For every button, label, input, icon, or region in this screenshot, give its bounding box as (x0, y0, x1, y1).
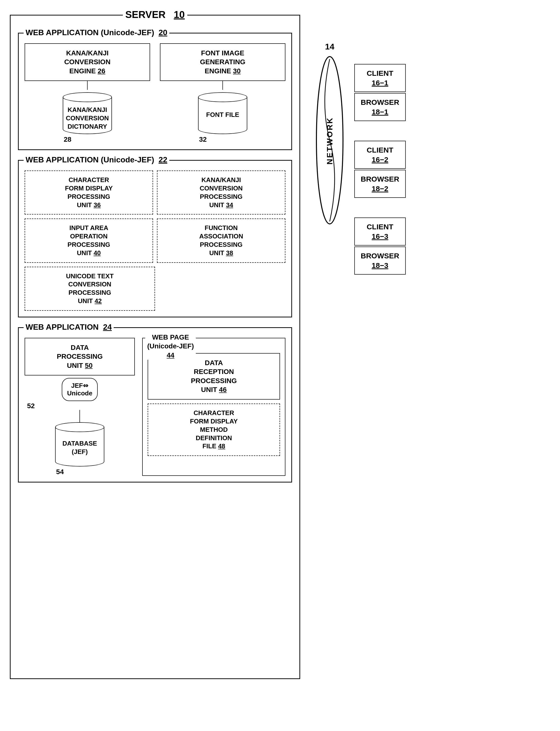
web24-layout: DATAPROCESSINGUNIT 50 JEF⇔Unicode 52 DAT… (25, 338, 285, 476)
client-2-group: CLIENT16−2 BROWSER18−2 (354, 141, 406, 198)
jef-unicode-box: JEF⇔Unicode (62, 378, 98, 401)
connector-26-28 (87, 81, 88, 90)
web-page-44-label: WEB PAGE(Unicode-JEF)44 (145, 333, 196, 360)
server-box: SERVER 10 WEB APPLICATION (Unicode-JEF) … (10, 15, 300, 679)
engine-30-text: FONT IMAGEGENERATINGENGINE 30 (164, 49, 281, 76)
engine-26-text: KANA/KANJICONVERSIONENGINE 26 (29, 49, 146, 76)
web-app-22-number: 22 (158, 155, 167, 164)
unit-38-box: FUNCTIONASSOCIATIONPROCESSINGUNIT 38 (157, 218, 285, 263)
grid-22: CHARACTERFORM DISPLAYPROCESSINGUNIT 36 K… (25, 171, 285, 263)
ellipse-wrapper: 14 NETWORK (315, 54, 344, 227)
db-28-container: KANA/KANJICONVERSIONDICTIONARY 28 (63, 92, 112, 143)
web-app-20-label: WEB APPLICATION (Unicode-JEF) 20 (24, 28, 169, 37)
db-28-cylinder: KANA/KANJICONVERSIONDICTIONARY (63, 92, 112, 134)
client-1-title: CLIENT16−1 (361, 68, 399, 88)
unit-40-box: INPUT AREAOPERATIONPROCESSINGUNIT 40 (25, 218, 153, 263)
browser-1-title: BROWSER18−1 (361, 97, 399, 117)
web-app-22-title: WEB APPLICATION (Unicode-JEF) (26, 155, 154, 164)
db-32-top (198, 92, 247, 102)
web-app-24-title: WEB APPLICATION (26, 323, 99, 331)
unit-42-wrapper: UNICODE TEXTCONVERSIONPROCESSINGUNIT 42 (25, 267, 155, 311)
client-2-title: CLIENT16−2 (361, 145, 399, 164)
engine-30-box: FONT IMAGEGENERATINGENGINE 30 (160, 43, 285, 81)
unit-48-box: CHARACTERFORM DISPLAYMETHODDEFINITIONFIL… (148, 404, 280, 456)
db-32-cylinder: FONT FILE (198, 92, 247, 134)
web-app-20-title: WEB APPLICATION (Unicode-JEF) (26, 28, 154, 37)
client-3-group: CLIENT16−3 BROWSER18−3 (354, 218, 406, 275)
unit-46-box: DATARECEPTIONPROCESSINGUNIT 46 (148, 353, 280, 400)
browser-1-box: BROWSER18−1 (354, 93, 406, 121)
web-app-24-number: 24 (103, 323, 112, 331)
client-2-box: CLIENT16−2 (354, 141, 406, 169)
unit-36-box: CHARACTERFORM DISPLAYPROCESSINGUNIT 36 (25, 171, 153, 215)
web-app-22-box: WEB APPLICATION (Unicode-JEF) 22 CHARACT… (18, 160, 292, 317)
db-54-number: 54 (56, 468, 64, 476)
unit-42-box: UNICODE TEXTCONVERSIONPROCESSINGUNIT 42 (25, 267, 155, 311)
web-app-20-box: WEB APPLICATION (Unicode-JEF) 20 KANA/KA… (18, 33, 292, 150)
browser-2-title: BROWSER18−2 (361, 174, 399, 193)
network-text: NETWORK (325, 117, 334, 164)
db-54-text: DATABASE(JEF) (62, 439, 97, 456)
browser-3-box: BROWSER18−3 (354, 247, 406, 275)
db-row-20: KANA/KANJICONVERSIONDICTIONARY 28 FONT F… (25, 92, 285, 143)
db-28-text: KANA/KANJICONVERSIONDICTIONARY (66, 106, 109, 131)
db-54-body: DATABASE(JEF) (55, 427, 104, 462)
server-label: SERVER 10 (123, 9, 187, 20)
db-54-container: DATABASE(JEF) 54 (55, 422, 104, 476)
client-1-group: CLIENT16−1 BROWSER18−1 (354, 64, 406, 121)
server-number: 10 (174, 9, 185, 20)
web-app-24-box: WEB APPLICATION 24 DATAPROCESSINGUNIT 50… (18, 327, 292, 482)
web-app-20-number: 20 (158, 28, 167, 37)
network-col: 14 NETWORK (315, 54, 344, 227)
line-number-52: 52 (27, 402, 35, 410)
db-28-number: 28 (64, 136, 71, 143)
network-14-label: 14 (325, 42, 334, 51)
db-32-container: FONT FILE 32 (198, 92, 247, 143)
client-3-box: CLIENT16−3 (354, 218, 406, 246)
server-title: SERVER (125, 9, 166, 20)
engine-26-box: KANA/KANJICONVERSIONENGINE 26 (25, 43, 150, 81)
unit-34-box: KANA/KANJICONVERSIONPROCESSINGUNIT 34 (157, 171, 285, 215)
browser-2-box: BROWSER18−2 (354, 170, 406, 198)
engine-row-20: KANA/KANJICONVERSIONENGINE 26 FONT IMAGE… (25, 43, 285, 81)
browser-3-title: BROWSER18−3 (361, 251, 399, 270)
client-1-box: CLIENT16−1 (354, 64, 406, 92)
web-app-24-label: WEB APPLICATION 24 (24, 323, 114, 332)
db-32-number: 32 (199, 136, 207, 143)
right-section: 14 NETWORK CLIENT16−1 (315, 15, 550, 275)
diagram-root: SERVER 10 WEB APPLICATION (Unicode-JEF) … (10, 15, 550, 679)
connector-30-32 (222, 81, 223, 90)
clients-area: CLIENT16−1 BROWSER18−1 CLIENT16−2 (354, 64, 406, 275)
db-54-top (55, 422, 104, 432)
db-connectors-20 (25, 81, 285, 90)
web-app-22-label: WEB APPLICATION (Unicode-JEF) 22 (24, 155, 169, 164)
db-54-cylinder: DATABASE(JEF) (55, 422, 104, 467)
unit-50-box: DATAPROCESSINGUNIT 50 (25, 338, 135, 375)
db-32-text: FONT FILE (206, 111, 239, 119)
client-3-title: CLIENT16−3 (361, 222, 399, 241)
web-page-44-box: WEB PAGE(Unicode-JEF)44 DATARECEPTIONPRO… (142, 338, 285, 476)
connector-52-54 (79, 410, 80, 422)
db-28-top (63, 92, 112, 102)
web24-left-col: DATAPROCESSINGUNIT 50 JEF⇔Unicode 52 DAT… (25, 338, 135, 476)
